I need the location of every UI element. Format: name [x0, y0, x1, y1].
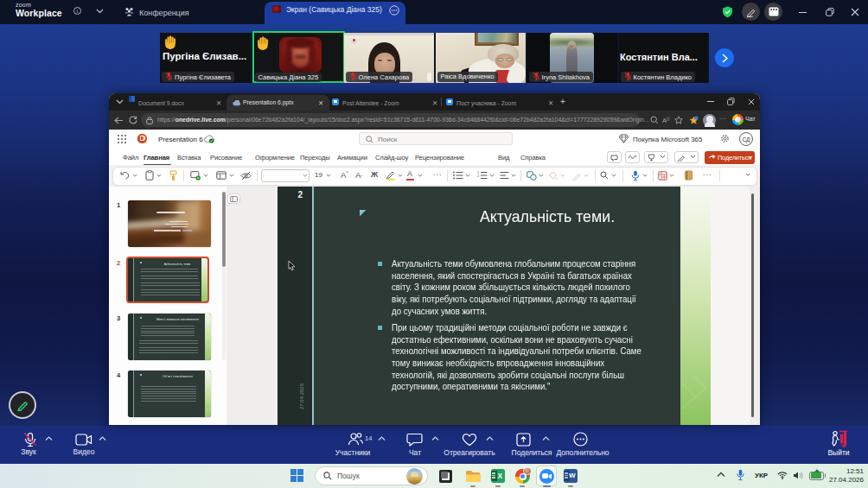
svg-text:2: 2	[477, 174, 480, 178]
